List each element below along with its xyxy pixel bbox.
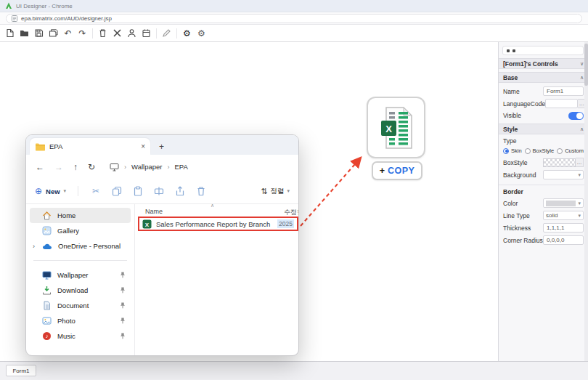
url-input[interactable]: epa.bimatrix.com/AUD/designer.jsp <box>6 14 582 23</box>
dock-icon[interactable] <box>513 49 515 52</box>
delete-file-button[interactable] <box>195 185 207 197</box>
edit-button[interactable] <box>160 26 173 40</box>
sidebar-item-home[interactable]: Home <box>30 208 131 223</box>
pin-icon[interactable] <box>120 318 126 324</box>
background-label: Background <box>503 171 536 179</box>
main-area: X + COPY EPA × + ← → <box>0 42 588 361</box>
sidebar-item-onedrive[interactable]: › OneDrive - Personal <box>30 238 131 254</box>
app-logo-icon <box>5 2 12 9</box>
dock-icon[interactable] <box>507 49 510 52</box>
column-header-name[interactable]: Name <box>145 208 163 215</box>
name-input[interactable]: Form1 <box>543 86 584 96</box>
pin-icon[interactable] <box>120 302 126 309</box>
border-section-label: Border <box>499 185 588 195</box>
file-name: Sales Performance Report by Branch <box>156 220 273 228</box>
properties-panel: [Form1]'s Controls ∨ Base ∧ Name Form1 L… <box>498 42 588 361</box>
controls-header-label: [Form1]'s Controls <box>503 60 558 68</box>
paste-button[interactable] <box>132 185 144 197</box>
form-tab[interactable]: Form1 <box>6 365 36 376</box>
radio-skin[interactable]: Skin <box>503 147 522 154</box>
save-button[interactable] <box>32 26 46 40</box>
sidebar-item-music[interactable]: ♪ Music <box>30 328 131 344</box>
toolbar-separator <box>156 28 157 39</box>
base-section-header[interactable]: Base ∧ <box>499 72 588 83</box>
sidebar-item-document[interactable]: Document <box>30 298 131 313</box>
sidebar-item-photo[interactable]: Photo <box>30 313 131 328</box>
chevron-down-icon: ▾ <box>578 213 581 219</box>
controls-header[interactable]: [Form1]'s Controls ∨ <box>499 58 588 69</box>
svg-text:X: X <box>385 123 392 134</box>
color-select[interactable]: ▾ <box>543 198 584 208</box>
command-separator <box>78 186 78 196</box>
sidebar-item-download[interactable]: Download <box>30 283 131 298</box>
chevron-up-icon: ∧ <box>580 75 584 81</box>
new-file-button[interactable] <box>3 26 17 40</box>
page-icon <box>12 15 17 22</box>
scrollbar-thumb[interactable] <box>584 44 588 86</box>
excel-small-icon: X <box>142 219 152 229</box>
pin-icon[interactable] <box>120 333 126 339</box>
radio-boxstyle[interactable]: BoxStyle <box>525 147 555 154</box>
style-section-header[interactable]: Style ∧ <box>499 124 588 134</box>
file-row-selected[interactable]: X Sales Performance Report by Branch 202… <box>138 217 298 231</box>
calendar-button[interactable] <box>139 26 153 40</box>
breadcrumb-wallpaper[interactable]: Wallpaper <box>131 163 162 171</box>
back-button[interactable]: ← <box>36 162 44 172</box>
cut-button[interactable]: ✂ <box>90 185 102 197</box>
linetype-row: Line Type solid ▾ <box>499 209 588 222</box>
drop-target-card[interactable]: X <box>367 97 425 158</box>
sidebar-item-wallpaper[interactable]: Wallpaper <box>30 267 131 283</box>
new-button[interactable]: ⊕ New ▾ <box>35 186 66 196</box>
file-explorer-window[interactable]: EPA × + ← → ↑ ↻ › Wallpaper › <box>25 134 299 356</box>
boxstyle-swatch[interactable] <box>543 158 576 167</box>
linetype-select[interactable]: solid ▾ <box>543 211 584 220</box>
run-button[interactable]: ⚙ <box>180 26 194 40</box>
panel-scrollbar[interactable] <box>584 42 588 361</box>
refresh-button[interactable]: ↻ <box>88 162 95 172</box>
breadcrumb-sep-icon: › <box>167 163 169 171</box>
color-swatch <box>546 201 576 206</box>
sort-button[interactable]: ⇅ 정렬 ▾ <box>261 187 290 196</box>
radio-custom[interactable]: Custom <box>557 147 584 154</box>
background-select[interactable]: ▾ <box>543 170 584 179</box>
expand-chevron-icon[interactable]: › <box>33 243 35 250</box>
corner-radius-row: Corner Radius 0,0,0,0 <box>499 234 588 246</box>
pin-icon[interactable] <box>120 272 126 278</box>
visible-toggle[interactable] <box>568 112 584 120</box>
tools-button[interactable] <box>110 26 124 40</box>
explorer-body: Home Gallery › <box>26 204 298 355</box>
rename-button[interactable] <box>153 185 165 197</box>
radio-icon <box>557 148 563 154</box>
pin-icon[interactable] <box>120 287 126 294</box>
redo-button[interactable]: ↷ <box>75 26 89 40</box>
copy-button[interactable] <box>111 185 123 197</box>
corner-radius-input[interactable]: 0,0,0,0 <box>543 235 584 245</box>
languagecode-row: LanguageCode … <box>499 97 588 110</box>
share-button[interactable] <box>174 185 186 197</box>
delete-button[interactable] <box>96 26 110 40</box>
save-all-button[interactable] <box>46 26 60 40</box>
open-folder-button[interactable] <box>17 26 31 40</box>
languagecode-input[interactable] <box>545 99 578 108</box>
undo-button[interactable]: ↶ <box>61 26 75 40</box>
tools-icon <box>113 28 122 38</box>
forward-button[interactable]: → <box>54 162 63 172</box>
designer-toolbar: ↶ ↷ ⚙ ⚙ <box>0 25 588 42</box>
up-button[interactable]: ↑ <box>73 162 78 172</box>
explorer-tab-epa[interactable]: EPA × <box>30 138 150 155</box>
user-button[interactable] <box>125 26 139 40</box>
breadcrumb-epa[interactable]: EPA <box>174 163 187 171</box>
plus-icon: + <box>380 166 385 176</box>
settings-button[interactable]: ⚙ <box>195 26 208 40</box>
tab-close-icon[interactable]: × <box>141 142 145 150</box>
design-canvas[interactable]: X + COPY EPA × + ← → <box>0 42 498 361</box>
panel-dock-bar[interactable] <box>502 46 584 55</box>
thickness-input[interactable]: 1,1,1,1 <box>543 223 584 233</box>
new-tab-button[interactable]: + <box>159 142 164 155</box>
boxstyle-label: BoxStyle <box>503 159 528 166</box>
sidebar-item-label: Photo <box>57 317 75 325</box>
background-row: Background ▾ <box>499 169 588 181</box>
boxstyle-browse-button[interactable]: … <box>576 158 584 167</box>
sidebar-item-gallery[interactable]: Gallery <box>30 223 131 238</box>
paste-icon <box>133 186 143 196</box>
